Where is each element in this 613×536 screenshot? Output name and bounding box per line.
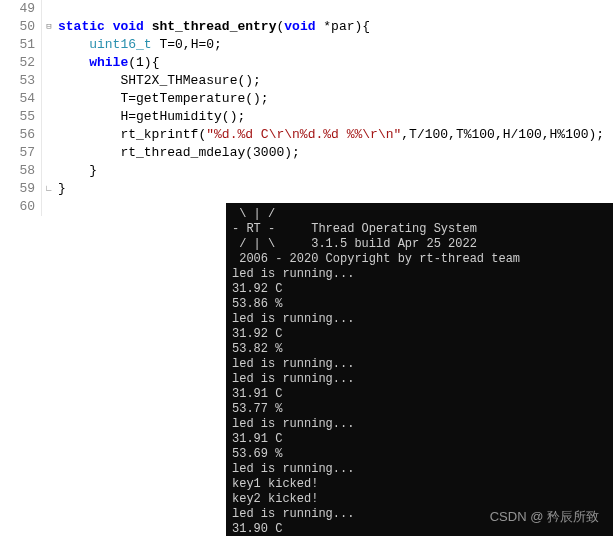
fold-marker[interactable] [42,126,56,144]
code-line[interactable] [58,0,613,18]
terminal-line: 53.82 % [232,342,607,357]
code-line[interactable]: } [58,162,613,180]
terminal-line: 53.86 % [232,297,607,312]
code-line[interactable]: SHT2X_THMeasure(); [58,72,613,90]
fold-marker[interactable] [42,144,56,162]
fold-marker[interactable] [42,0,56,18]
code-line[interactable]: rt_kprintf("%d.%d C\r\n%d.%d %%\r\n",T/1… [58,126,613,144]
line-number: 53 [0,72,35,90]
terminal-line: 31.91 C [232,432,607,447]
code-content[interactable]: static void sht_thread_entry(void *par){… [56,0,613,216]
terminal-line: 31.91 C [232,387,607,402]
terminal-line: 31.92 C [232,327,607,342]
code-line[interactable]: H=getHumidity(); [58,108,613,126]
terminal-line: 31.92 C [232,282,607,297]
line-number: 54 [0,90,35,108]
code-line[interactable]: rt_thread_mdelay(3000); [58,144,613,162]
terminal-line: led is running... [232,267,607,282]
fold-marker[interactable] [42,90,56,108]
code-line[interactable]: static void sht_thread_entry(void *par){ [58,18,613,36]
terminal-line: / | \ 3.1.5 build Apr 25 2022 [232,237,607,252]
terminal-line: \ | / [232,207,607,222]
terminal-line: led is running... [232,417,607,432]
terminal-line: key2 kicked! [232,492,607,507]
fold-marker[interactable] [42,54,56,72]
line-number: 55 [0,108,35,126]
fold-marker[interactable] [42,36,56,54]
code-line[interactable]: uint16_t T=0,H=0; [58,36,613,54]
line-number: 52 [0,54,35,72]
terminal-line: 2006 - 2020 Copyright by rt-thread team [232,252,607,267]
terminal-line: 53.77 % [232,402,607,417]
terminal-line: - RT - Thread Operating System [232,222,607,237]
code-line[interactable]: T=getTemperature(); [58,90,613,108]
line-number-gutter: 495051525354555657585960 [0,0,42,216]
terminal-line: key1 kicked! [232,477,607,492]
terminal-line: 31.90 C [232,522,607,536]
code-line[interactable]: } [58,180,613,198]
line-number: 57 [0,144,35,162]
line-number: 49 [0,0,35,18]
line-number: 50 [0,18,35,36]
terminal-line: led is running... [232,312,607,327]
terminal-line: led is running... [232,507,607,522]
fold-marker[interactable] [42,108,56,126]
line-number: 60 [0,198,35,216]
terminal-line: led is running... [232,462,607,477]
fold-marker[interactable] [42,72,56,90]
fold-column[interactable]: ⊟∟ [42,0,56,216]
terminal-line: 53.69 % [232,447,607,462]
terminal-line: led is running... [232,357,607,372]
code-editor[interactable]: 495051525354555657585960 ⊟∟ static void … [0,0,613,216]
line-number: 56 [0,126,35,144]
line-number: 59 [0,180,35,198]
fold-marker[interactable]: ⊟ [42,18,56,36]
line-number: 51 [0,36,35,54]
line-number: 58 [0,162,35,180]
code-line[interactable]: while(1){ [58,54,613,72]
fold-marker[interactable]: ∟ [42,180,56,198]
fold-marker[interactable] [42,162,56,180]
terminal-output[interactable]: \ | /- RT - Thread Operating System / | … [226,203,613,536]
fold-marker[interactable] [42,198,56,216]
terminal-line: led is running... [232,372,607,387]
